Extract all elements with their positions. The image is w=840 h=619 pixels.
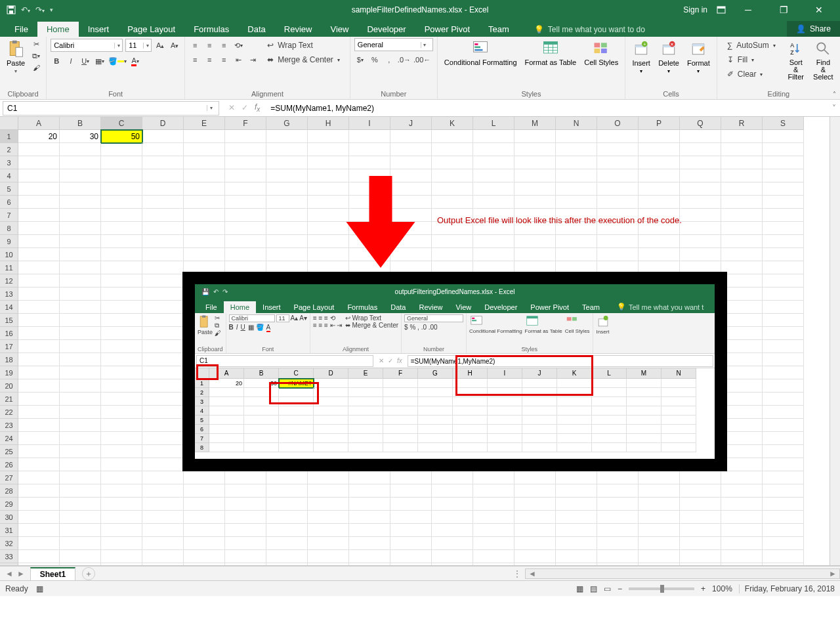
cell[interactable] bbox=[308, 550, 349, 563]
cell[interactable] bbox=[473, 524, 514, 537]
cell[interactable] bbox=[142, 406, 184, 419]
cell[interactable] bbox=[763, 498, 804, 511]
cell[interactable] bbox=[721, 235, 763, 248]
tab-power-pivot[interactable]: Power Pivot bbox=[415, 22, 479, 37]
cell[interactable] bbox=[763, 130, 804, 143]
cell[interactable] bbox=[432, 471, 473, 484]
cell[interactable] bbox=[60, 274, 101, 288]
cell[interactable] bbox=[721, 419, 763, 432]
cell[interactable] bbox=[142, 432, 184, 445]
cell[interactable] bbox=[639, 511, 680, 524]
cell[interactable] bbox=[184, 143, 225, 156]
cell[interactable] bbox=[18, 288, 60, 301]
cell[interactable] bbox=[721, 484, 763, 498]
cell[interactable] bbox=[60, 340, 101, 353]
row-header[interactable]: 11 bbox=[0, 261, 18, 274]
cell[interactable] bbox=[142, 550, 184, 563]
border-button[interactable]: ▦▾ bbox=[94, 55, 106, 67]
cell[interactable] bbox=[721, 261, 763, 274]
tab-developer[interactable]: Developer bbox=[358, 22, 415, 37]
cell[interactable] bbox=[432, 498, 473, 511]
cell[interactable] bbox=[390, 511, 432, 524]
chevron-down-icon[interactable]: ▾ bbox=[207, 105, 215, 111]
column-header[interactable]: E bbox=[184, 117, 225, 130]
cell[interactable] bbox=[763, 169, 804, 182]
cell[interactable] bbox=[18, 301, 60, 314]
cell[interactable] bbox=[60, 458, 101, 471]
cell[interactable] bbox=[101, 222, 142, 235]
cell[interactable] bbox=[225, 537, 266, 550]
cell[interactable] bbox=[680, 511, 721, 524]
cell[interactable] bbox=[721, 458, 763, 471]
cell[interactable] bbox=[101, 314, 142, 327]
cell[interactable] bbox=[556, 182, 597, 196]
cell[interactable] bbox=[556, 550, 597, 563]
cell[interactable] bbox=[432, 169, 473, 182]
conditional-formatting-button[interactable]: Conditional Formatting bbox=[442, 38, 520, 68]
cell[interactable] bbox=[142, 393, 184, 406]
column-header[interactable]: P bbox=[639, 117, 680, 130]
cell[interactable] bbox=[432, 484, 473, 498]
cell[interactable] bbox=[60, 524, 101, 537]
cell[interactable] bbox=[514, 143, 556, 156]
accounting-button[interactable]: $▾ bbox=[354, 54, 366, 66]
cell[interactable] bbox=[514, 498, 556, 511]
cell[interactable] bbox=[349, 156, 390, 169]
column-header[interactable]: M bbox=[514, 117, 556, 130]
cell[interactable] bbox=[680, 196, 721, 209]
row-header[interactable]: 2 bbox=[0, 143, 18, 156]
cell[interactable] bbox=[556, 169, 597, 182]
cell[interactable] bbox=[556, 498, 597, 511]
cell[interactable] bbox=[473, 156, 514, 169]
formula-input[interactable] bbox=[266, 104, 828, 113]
cell[interactable] bbox=[142, 340, 184, 353]
cell[interactable] bbox=[60, 419, 101, 432]
cell[interactable] bbox=[680, 235, 721, 248]
cell[interactable] bbox=[680, 169, 721, 182]
row-header[interactable]: 10 bbox=[0, 248, 18, 261]
align-middle-icon[interactable]: ≡ bbox=[203, 39, 215, 51]
cell[interactable] bbox=[473, 182, 514, 196]
cell[interactable] bbox=[597, 196, 639, 209]
row-header[interactable]: 18 bbox=[0, 353, 18, 366]
cell[interactable] bbox=[514, 537, 556, 550]
column-header[interactable]: O bbox=[597, 117, 639, 130]
row-header[interactable]: 33 bbox=[0, 550, 18, 563]
cell[interactable] bbox=[225, 563, 266, 566]
sheet-nav-last-icon[interactable]: ► bbox=[17, 569, 25, 578]
cell[interactable] bbox=[266, 209, 308, 222]
cell[interactable] bbox=[18, 484, 60, 498]
cell[interactable] bbox=[680, 471, 721, 484]
cell[interactable] bbox=[639, 169, 680, 182]
cell[interactable]: 50 bbox=[101, 130, 142, 143]
cell[interactable] bbox=[473, 196, 514, 209]
sort-filter-button[interactable]: AZSort & Filter bbox=[784, 38, 808, 82]
cell[interactable] bbox=[142, 130, 184, 143]
cell[interactable] bbox=[266, 550, 308, 563]
row-header[interactable]: 1 bbox=[0, 130, 18, 143]
row-header[interactable]: 30 bbox=[0, 511, 18, 524]
cell[interactable] bbox=[597, 169, 639, 182]
cell[interactable] bbox=[763, 353, 804, 366]
align-bottom-icon[interactable]: ≡ bbox=[218, 39, 230, 51]
cell[interactable] bbox=[473, 235, 514, 248]
cell[interactable] bbox=[225, 196, 266, 209]
cell[interactable] bbox=[680, 248, 721, 261]
cell[interactable] bbox=[763, 419, 804, 432]
cell[interactable] bbox=[142, 274, 184, 288]
cell[interactable] bbox=[142, 143, 184, 156]
cell[interactable] bbox=[18, 366, 60, 379]
cell[interactable] bbox=[60, 393, 101, 406]
cell[interactable] bbox=[680, 222, 721, 235]
cell[interactable] bbox=[225, 169, 266, 182]
cell[interactable] bbox=[60, 484, 101, 498]
cell[interactable] bbox=[18, 156, 60, 169]
cell[interactable] bbox=[639, 130, 680, 143]
cell[interactable] bbox=[142, 379, 184, 393]
cell[interactable] bbox=[184, 169, 225, 182]
cell[interactable] bbox=[763, 524, 804, 537]
cell[interactable] bbox=[60, 445, 101, 458]
cell[interactable] bbox=[142, 498, 184, 511]
cell[interactable] bbox=[18, 235, 60, 248]
cell[interactable] bbox=[597, 235, 639, 248]
